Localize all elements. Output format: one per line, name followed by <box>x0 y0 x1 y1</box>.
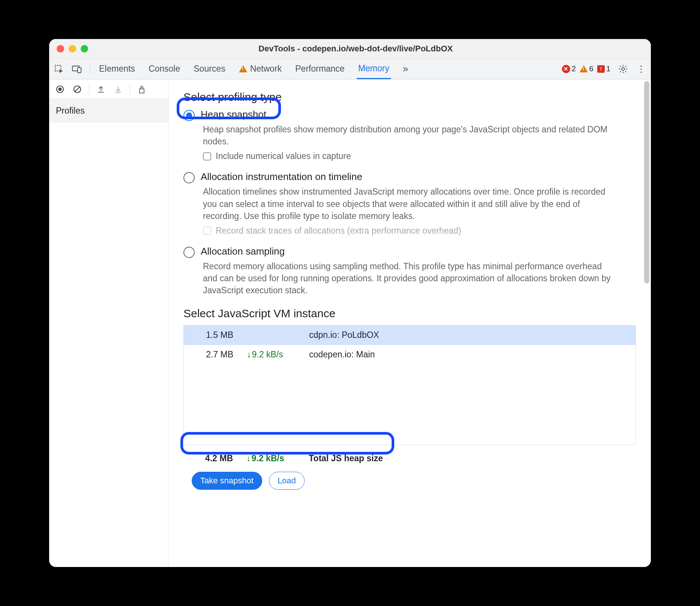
issues-badge[interactable]: ! 1 <box>597 64 610 73</box>
checkbox-icon <box>203 226 211 235</box>
save-profile-icon[interactable] <box>110 81 126 97</box>
devtools-window: DevTools - codepen.io/web-dot-dev/live/P… <box>49 39 651 567</box>
option-title: Allocation instrumentation on timeline <box>201 171 362 183</box>
option-title: Allocation sampling <box>201 246 285 257</box>
status-badges: ✕ 2 6 ! 1 <box>562 64 610 73</box>
tab-network[interactable]: Network <box>237 58 283 79</box>
kebab-menu-icon[interactable]: ⋮ <box>633 61 649 77</box>
warning-icon <box>239 65 247 72</box>
vm-rate: ↓9.2 kB/s <box>247 350 296 360</box>
down-arrow-icon: ↓ <box>246 453 251 464</box>
totals-row: 4.2 MB ↓9.2 kB/s Total JS heap size <box>183 445 636 464</box>
take-snapshot-button[interactable]: Take snapshot <box>192 472 262 490</box>
total-size: 4.2 MB <box>192 453 233 464</box>
option-title: Heap snapshot <box>201 109 266 120</box>
option-heap-snapshot[interactable]: Heap snapshot <box>183 109 636 121</box>
profiles-toolbar <box>49 80 168 99</box>
tab-console[interactable]: Console <box>147 58 182 79</box>
total-label: Total JS heap size <box>309 453 383 464</box>
scrollbar-thumb[interactable] <box>644 81 649 284</box>
option-allocation-sampling[interactable]: Allocation sampling <box>183 246 636 258</box>
option-desc: Record memory allocations using sampling… <box>203 260 616 297</box>
vm-instance-list: 1.5 MB cdpn.io: PoLdbOX 2.7 MB ↓9.2 kB/s… <box>183 325 636 445</box>
checkbox-icon[interactable] <box>203 152 211 160</box>
footer-buttons: Take snapshot Load <box>183 464 636 498</box>
sidebar: Profiles <box>49 80 168 567</box>
option-desc: Heap snapshot profiles show memory distr… <box>203 123 616 147</box>
tab-elements[interactable]: Elements <box>98 58 137 79</box>
load-button[interactable]: Load <box>269 472 305 490</box>
vm-name: codepen.io: Main <box>309 350 375 360</box>
down-arrow-icon: ↓ <box>247 350 251 360</box>
more-tabs-icon[interactable]: » <box>401 58 410 79</box>
select-vm-heading: Select JavaScript VM instance <box>183 307 636 320</box>
settings-icon[interactable] <box>615 61 631 77</box>
vm-row[interactable]: 1.5 MB cdpn.io: PoLdbOX <box>184 326 635 345</box>
load-profile-icon[interactable] <box>93 81 109 97</box>
record-icon[interactable] <box>52 81 68 97</box>
window-controls <box>57 45 88 52</box>
tab-memory[interactable]: Memory <box>357 58 391 79</box>
radio-allocation-sampling[interactable] <box>183 247 195 258</box>
titlebar: DevTools - codepen.io/web-dot-dev/live/P… <box>49 39 651 58</box>
include-numerical-checkbox[interactable]: Include numerical values in capture <box>203 151 636 161</box>
vm-name: cdpn.io: PoLdbOX <box>309 330 379 340</box>
clear-icon[interactable] <box>69 81 85 97</box>
record-stack-checkbox: Record stack traces of allocations (extr… <box>203 226 636 236</box>
option-allocation-timeline[interactable]: Allocation instrumentation on timeline <box>183 171 636 183</box>
minimize-window-icon[interactable] <box>69 45 76 52</box>
close-window-icon[interactable] <box>57 45 64 52</box>
errors-badge[interactable]: ✕ 2 <box>562 64 576 73</box>
option-desc: Allocation timelines show instrumented J… <box>203 186 616 222</box>
inspect-element-icon[interactable] <box>51 61 67 77</box>
vm-row[interactable]: 2.7 MB ↓9.2 kB/s codepen.io: Main <box>184 345 635 364</box>
issue-icon: ! <box>597 65 605 73</box>
maximize-window-icon[interactable] <box>81 45 88 52</box>
radio-heap-snapshot[interactable] <box>183 110 195 121</box>
panel-tabbar: Elements Console Sources Network Perform… <box>49 58 651 80</box>
profiles-header[interactable]: Profiles <box>49 99 168 123</box>
gc-icon[interactable] <box>134 81 150 97</box>
panels: Elements Console Sources Network Perform… <box>98 58 410 79</box>
main-panel: Select profiling type Heap snapshot Heap… <box>168 80 651 567</box>
total-rate: ↓9.2 kB/s <box>246 453 295 464</box>
svg-rect-8 <box>140 89 144 93</box>
scrollbar[interactable] <box>643 80 651 567</box>
vm-size: 2.7 MB <box>192 350 233 360</box>
tab-sources[interactable]: Sources <box>192 58 227 79</box>
warnings-badge[interactable]: 6 <box>580 64 593 73</box>
svg-line-7 <box>75 87 80 92</box>
svg-point-3 <box>622 68 625 70</box>
body: Profiles Select profiling type Heap snap… <box>49 80 651 567</box>
device-toolbar-icon[interactable] <box>69 61 85 77</box>
window-title: DevTools - codepen.io/web-dot-dev/live/P… <box>102 44 643 54</box>
svg-rect-2 <box>78 68 81 73</box>
radio-allocation-timeline[interactable] <box>183 172 195 183</box>
error-icon: ✕ <box>562 65 570 73</box>
tab-performance[interactable]: Performance <box>294 58 346 79</box>
vm-size: 1.5 MB <box>192 330 233 340</box>
warning-icon <box>580 65 588 72</box>
svg-point-5 <box>59 87 62 91</box>
select-profiling-type-heading: Select profiling type <box>183 91 636 104</box>
